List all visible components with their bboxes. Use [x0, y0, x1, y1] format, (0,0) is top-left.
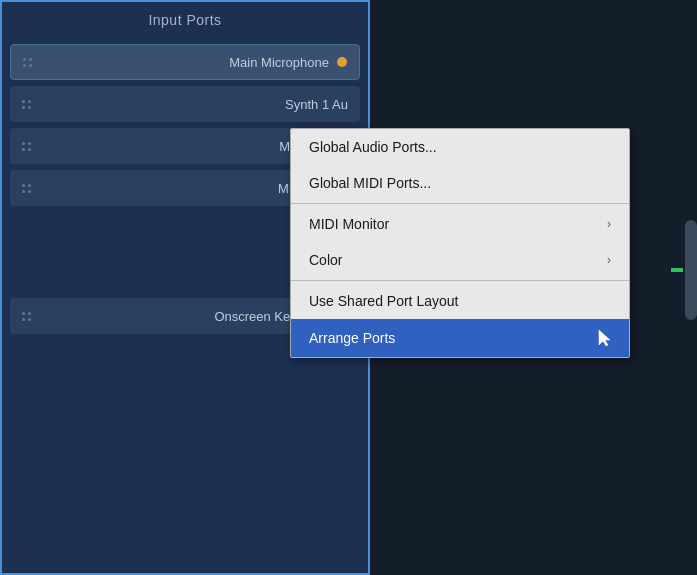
port-label-main-microphone: Main Microphone — [40, 55, 329, 70]
menu-divider-2 — [291, 280, 629, 281]
menu-label-color: Color — [309, 252, 342, 268]
panel-title: Input Ports — [2, 2, 368, 38]
menu-label-global-midi-ports: Global MIDI Ports... — [309, 175, 431, 191]
menu-divider-1 — [291, 203, 629, 204]
port-label-onscreen-keyboard: Onscreen Keyboard — [39, 309, 330, 324]
green-connector — [671, 268, 683, 272]
color-arrow-icon: › — [607, 253, 611, 267]
menu-item-midi-monitor[interactable]: MIDI Monitor › — [291, 206, 629, 242]
scroll-bar[interactable] — [685, 220, 697, 320]
port-dots-4 — [22, 184, 31, 193]
port-item-synth1[interactable]: Synth 1 Au — [10, 86, 360, 122]
menu-item-arrange-ports[interactable]: Arrange Ports — [291, 319, 629, 357]
menu-label-arrange-ports: Arrange Ports — [309, 330, 395, 346]
port-dots — [23, 58, 32, 67]
cursor-icon — [597, 329, 611, 347]
menu-item-global-audio-ports[interactable]: Global Audio Ports... — [291, 129, 629, 165]
menu-item-use-shared-port-layout[interactable]: Use Shared Port Layout — [291, 283, 629, 319]
svg-marker-0 — [599, 330, 610, 346]
midi-monitor-arrow-icon: › — [607, 217, 611, 231]
menu-label-global-audio-ports: Global Audio Ports... — [309, 139, 437, 155]
menu-label-midi-monitor: MIDI Monitor — [309, 216, 389, 232]
port-dots-5 — [22, 312, 31, 321]
menu-label-use-shared-port-layout: Use Shared Port Layout — [309, 293, 458, 309]
port-item-main-microphone[interactable]: Main Microphone — [10, 44, 360, 80]
menu-item-color[interactable]: Color › — [291, 242, 629, 278]
port-dots-3 — [22, 142, 31, 151]
port-indicator-orange — [337, 57, 347, 67]
menu-item-global-midi-ports[interactable]: Global MIDI Ports... — [291, 165, 629, 201]
port-label-synth1: Synth 1 Au — [39, 97, 348, 112]
context-menu: Global Audio Ports... Global MIDI Ports.… — [290, 128, 630, 358]
port-dots-2 — [22, 100, 31, 109]
